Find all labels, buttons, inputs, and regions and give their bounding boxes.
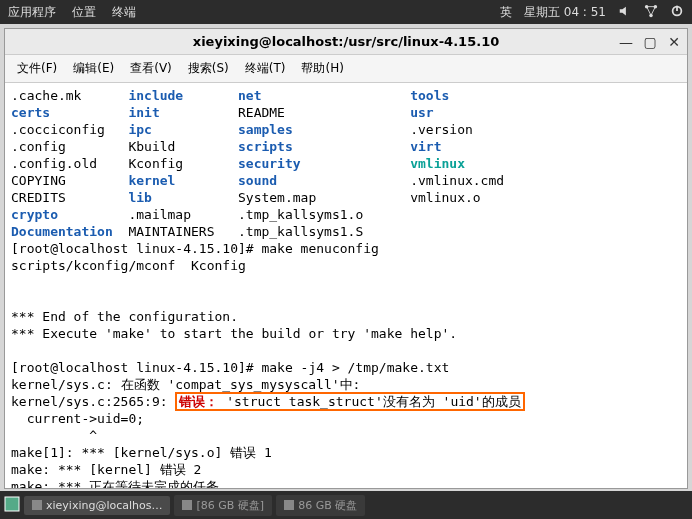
menu-help[interactable]: 帮助(H) (295, 58, 349, 79)
power-icon[interactable] (670, 4, 684, 21)
task-disk2[interactable]: 86 GB 硬盘 (276, 495, 365, 516)
show-desktop-icon[interactable] (4, 496, 20, 515)
menubar: 文件(F) 编辑(E) 查看(V) 搜索(S) 终端(T) 帮助(H) (5, 55, 687, 83)
menu-view[interactable]: 查看(V) (124, 58, 178, 79)
terminal-output[interactable]: .cache.mk include net tools certs init R… (5, 83, 687, 488)
volume-icon[interactable] (618, 4, 632, 21)
terminal-window: xieyixing@localhost:/usr/src/linux-4.15.… (4, 28, 688, 489)
menu-edit[interactable]: 编辑(E) (67, 58, 120, 79)
taskbar: xieyixing@localhos… [86 GB 硬盘] 86 GB 硬盘 (0, 491, 692, 519)
disk-icon (182, 500, 192, 510)
menu-file[interactable]: 文件(F) (11, 58, 63, 79)
disk-icon (284, 500, 294, 510)
menu-applications[interactable]: 应用程序 (8, 4, 56, 21)
terminal-icon (32, 500, 42, 510)
task-disk1[interactable]: [86 GB 硬盘] (174, 495, 272, 516)
menu-terminal-tab[interactable]: 终端(T) (239, 58, 292, 79)
close-button[interactable]: ✕ (667, 35, 681, 49)
maximize-button[interactable]: ▢ (643, 35, 657, 49)
window-title: xieyixing@localhost:/usr/src/linux-4.15.… (193, 34, 499, 49)
network-icon[interactable] (644, 4, 658, 21)
minimize-button[interactable]: — (619, 35, 633, 49)
menu-terminal[interactable]: 终端 (112, 4, 136, 21)
desktop-topbar: 应用程序 位置 终端 英 星期五 04 : 51 (0, 0, 692, 24)
ime-indicator[interactable]: 英 (500, 4, 512, 21)
clock[interactable]: 星期五 04 : 51 (524, 4, 606, 21)
titlebar[interactable]: xieyixing@localhost:/usr/src/linux-4.15.… (5, 29, 687, 55)
menu-places[interactable]: 位置 (72, 4, 96, 21)
menu-search[interactable]: 搜索(S) (182, 58, 235, 79)
svg-rect-5 (5, 497, 19, 511)
task-terminal[interactable]: xieyixing@localhos… (24, 496, 170, 515)
